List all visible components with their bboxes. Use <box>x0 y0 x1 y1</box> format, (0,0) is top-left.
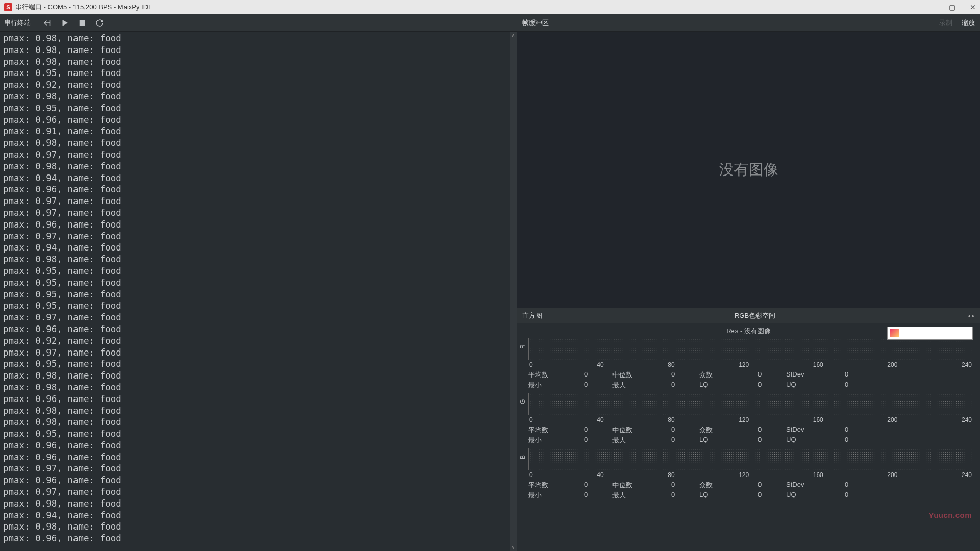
frame-buffer-label: 帧缓冲区 <box>522 18 939 28</box>
terminal-line: pmax: 0.97, name: food <box>3 195 514 207</box>
frame-buffer-toolbar: 帧缓冲区 录制 缩放 <box>517 14 980 32</box>
stat-value: 0 <box>845 491 873 500</box>
axis-tick: 120 <box>739 471 749 479</box>
axis-tick: 200 <box>887 361 897 368</box>
terminal-line: pmax: 0.96, name: food <box>3 219 514 231</box>
terminal-line: pmax: 0.95, name: food <box>3 277 514 289</box>
histogram-grid <box>528 338 973 360</box>
terminal-line: pmax: 0.95, name: food <box>3 300 514 312</box>
stat-label: 中位数 <box>612 425 671 435</box>
no-image-text: 没有图像 <box>719 160 778 180</box>
zoom-button[interactable]: 缩放 <box>962 18 975 28</box>
stat-label: UQ <box>786 436 845 445</box>
play-icon[interactable] <box>59 17 70 29</box>
stat-label: StDev <box>786 481 845 490</box>
stat-label: 众数 <box>699 481 758 490</box>
histogram-axis: 04080120160200240 <box>528 416 973 423</box>
terminal-line: pmax: 0.98, name: food <box>3 416 514 428</box>
terminal-line: pmax: 0.94, name: food <box>3 510 514 521</box>
stop-icon[interactable] <box>77 17 88 29</box>
stat-value: 0 <box>758 481 786 490</box>
histogram-area: Res - 没有图像 R04080120160200240平均数0中位数0众数0… <box>517 323 980 551</box>
svg-rect-0 <box>80 20 85 26</box>
terminal-output[interactable]: ∧ ∨ pmax: 0.98, name: foodpmax: 0.98, na… <box>0 32 517 551</box>
terminal-line: pmax: 0.95, name: food <box>3 67 514 79</box>
stat-value: 0 <box>845 436 873 445</box>
axis-tick: 120 <box>739 416 749 423</box>
axis-tick: 80 <box>668 416 674 423</box>
axis-tick: 240 <box>962 416 972 423</box>
titlebar: S 串行端口 - COM5 - 115,200 BPS - MaixPy IDE… <box>0 0 980 14</box>
terminal-line: pmax: 0.96, name: food <box>3 114 514 126</box>
stat-label: UQ <box>786 381 845 390</box>
app-icon: S <box>4 3 12 11</box>
stat-label: 平均数 <box>528 370 584 380</box>
stat-value: 0 <box>584 491 612 500</box>
axis-tick: 40 <box>597 416 603 423</box>
send-icon[interactable] <box>42 17 53 29</box>
terminal-line: pmax: 0.98, name: food <box>3 56 514 68</box>
refresh-icon[interactable] <box>94 17 105 29</box>
stat-label: 中位数 <box>612 370 671 380</box>
histogram-stats: 平均数0中位数0众数0StDev0最小0最大0LQ0UQ0 <box>528 425 973 445</box>
stat-value: 0 <box>584 425 612 435</box>
scroll-up-icon[interactable]: ∧ <box>510 32 517 39</box>
stat-value: 0 <box>758 425 786 435</box>
minimize-button[interactable]: — <box>927 3 935 11</box>
frame-buffer-view: 没有图像 <box>517 32 980 308</box>
scroll-down-icon[interactable]: ∨ <box>510 544 517 551</box>
histogram-channel-g: G04080120160200240平均数0中位数0众数0StDev0最小0最大… <box>517 393 980 445</box>
terminal-line: pmax: 0.98, name: food <box>3 91 514 103</box>
stat-label: 最大 <box>612 381 671 390</box>
terminal-line: pmax: 0.95, name: food <box>3 265 514 277</box>
stat-label: 平均数 <box>528 425 584 435</box>
terminal-line: pmax: 0.98, name: food <box>3 382 514 393</box>
stat-label: UQ <box>786 491 845 500</box>
stat-value: 0 <box>758 491 786 500</box>
close-button[interactable]: ✕ <box>970 3 976 11</box>
watermark: Yuucn.com <box>928 511 972 519</box>
terminal-line: pmax: 0.97, name: food <box>3 486 514 498</box>
histogram-stats: 平均数0中位数0众数0StDev0最小0最大0LQ0UQ0 <box>528 481 973 500</box>
stat-label: LQ <box>699 436 758 445</box>
stat-value: 0 <box>671 370 699 380</box>
terminal-line: pmax: 0.95, name: food <box>3 289 514 300</box>
terminal-line: pmax: 0.98, name: food <box>3 521 514 533</box>
stat-label: StDev <box>786 425 845 435</box>
channel-label: B <box>519 452 526 459</box>
axis-tick: 160 <box>813 416 823 423</box>
axis-tick: 0 <box>529 361 533 368</box>
colorspace-label: RGB色彩空间 <box>542 311 968 320</box>
axis-tick: 120 <box>739 361 749 368</box>
terminal-line: pmax: 0.98, name: food <box>3 254 514 265</box>
stat-value: 0 <box>584 436 612 445</box>
axis-tick: 40 <box>597 361 603 368</box>
terminal-line: pmax: 0.96, name: food <box>3 452 514 463</box>
stat-value: 0 <box>845 425 873 435</box>
stat-value: 0 <box>671 491 699 500</box>
axis-tick: 200 <box>887 471 897 479</box>
serial-terminal-label: 串行终端 <box>4 18 31 28</box>
stat-value: 0 <box>845 370 873 380</box>
stat-label: 平均数 <box>528 481 584 490</box>
stat-value: 0 <box>671 381 699 390</box>
terminal-line: pmax: 0.95, name: food <box>3 358 514 370</box>
axis-tick: 80 <box>668 471 674 479</box>
stat-label: 众数 <box>699 370 758 380</box>
stat-value: 0 <box>584 381 612 390</box>
terminal-line: pmax: 0.98, name: food <box>3 44 514 56</box>
terminal-line: pmax: 0.96, name: food <box>3 323 514 335</box>
stat-value: 0 <box>845 481 873 490</box>
histogram-axis: 04080120160200240 <box>528 471 973 479</box>
terminal-line: pmax: 0.97, name: food <box>3 463 514 474</box>
colorspace-selector[interactable]: ◂▸ <box>968 313 975 318</box>
stat-label: LQ <box>699 491 758 500</box>
terminal-scrollbar[interactable]: ∧ ∨ <box>510 32 517 551</box>
serial-terminal-pane: 串行终端 ∧ ∨ pmax: 0.98, name: foodpmax: 0.9… <box>0 14 517 551</box>
stat-label: 最大 <box>612 436 671 445</box>
terminal-line: pmax: 0.98, name: food <box>3 405 514 417</box>
terminal-line: pmax: 0.96, name: food <box>3 184 514 195</box>
maximize-button[interactable]: ▢ <box>949 3 955 11</box>
right-pane: 帧缓冲区 录制 缩放 没有图像 直方图 RGB色彩空间 ◂▸ Res - 没有图… <box>517 14 980 551</box>
terminal-line: pmax: 0.98, name: food <box>3 370 514 382</box>
